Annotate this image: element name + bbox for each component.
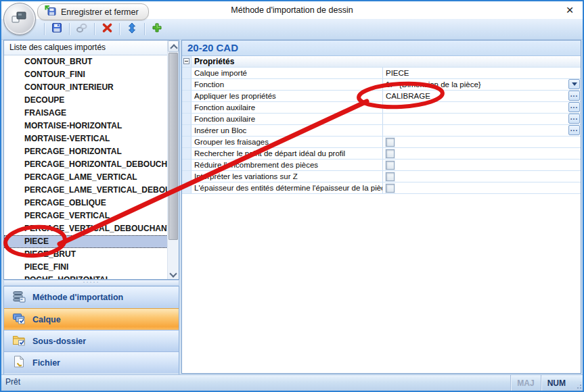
row-gutter <box>182 79 192 90</box>
scrollbar-thumb[interactable] <box>169 53 178 240</box>
chevron-up-icon <box>170 44 177 51</box>
scroll-down-button[interactable] <box>168 268 179 279</box>
checkbox[interactable] <box>386 161 395 170</box>
checkbox[interactable] <box>386 184 395 193</box>
toolbar-separator <box>69 23 70 35</box>
add-icon <box>152 22 162 36</box>
nav-item-fichier[interactable]: Fichier <box>4 351 179 373</box>
toolbar-separator <box>94 23 95 35</box>
list-item[interactable]: CONTOUR_INTERIEUR <box>4 81 168 94</box>
caps-lock-indicator: MAJ <box>510 375 540 391</box>
property-label: Fonction <box>192 79 383 90</box>
list-item[interactable]: PIECE_FINI <box>4 261 168 274</box>
properties-panel: 20-20 CAD Propriétés Calque importéPIECE… <box>181 40 581 374</box>
property-value[interactable] <box>383 160 581 170</box>
nav-item-sous-dossier[interactable]: Sous-dossier <box>4 330 179 351</box>
property-row: Fonction auxilaire... <box>182 102 581 114</box>
property-label: Fonction auxilaire <box>192 102 383 113</box>
row-gutter <box>182 114 192 124</box>
row-gutter <box>182 148 192 159</box>
checkbox[interactable] <box>386 138 395 147</box>
quick-access-toolbar <box>1 19 583 40</box>
list-item[interactable]: PERCAGE_VERTICAL <box>4 210 168 222</box>
checkbox[interactable] <box>386 172 395 181</box>
list-item[interactable]: CONTOUR_BRUT <box>4 55 168 68</box>
ellipsis-button[interactable]: ... <box>568 91 580 101</box>
list-item[interactable]: PERCAGE_VERTICAL_DEBOUCHANT <box>4 222 168 235</box>
panel-splitter[interactable]: ····· <box>3 280 179 286</box>
list-item[interactable]: CONTOUR_FINI <box>4 68 168 81</box>
row-gutter <box>182 91 192 101</box>
status-bar: Prêt MAJ NUM <box>1 374 583 391</box>
ellipsis-button[interactable]: ... <box>568 102 580 112</box>
delete-button[interactable] <box>99 22 114 36</box>
list-item[interactable]: PERCAGE_HORIZONTAL <box>4 145 168 158</box>
property-value[interactable]: ... <box>383 102 581 113</box>
save-and-close-button[interactable]: Enregistrer et fermer <box>37 3 149 20</box>
property-value[interactable] <box>383 171 581 182</box>
property-row: Insérer un Bloc... <box>182 125 581 137</box>
property-value[interactable]: 1. - {Dimension de la pièce} <box>383 79 581 90</box>
property-value[interactable]: ... <box>383 125 581 136</box>
list-item[interactable]: PERCAGE_HORIZONTAL_DEBOUCHANT <box>4 158 168 171</box>
property-row: Réduire l'encombrement des pièces <box>182 160 581 171</box>
list-item[interactable]: DECOUPE <box>4 94 168 107</box>
properties-grid: Propriétés Calque importéPIECEFonction1.… <box>182 56 581 194</box>
import-icon <box>12 291 26 305</box>
toolbar-separator <box>144 23 145 35</box>
property-value[interactable]: CALIBRAGE... <box>383 91 581 101</box>
property-label: Insérer un Bloc <box>192 125 383 136</box>
ellipsis-button[interactable]: ... <box>568 114 580 124</box>
scroll-up-button[interactable] <box>168 41 179 52</box>
nav-item-calque[interactable]: Calque <box>4 308 179 330</box>
collapse-icon[interactable] <box>183 58 189 64</box>
folder-icon <box>12 334 26 348</box>
property-value[interactable]: PIECE <box>383 68 581 78</box>
row-gutter <box>182 137 192 147</box>
chevron-down-icon <box>572 82 577 86</box>
resize-grip[interactable] <box>575 382 581 389</box>
import-method-dialog: Méthode d'importation de dessin × <box>0 0 584 392</box>
file-icon <box>12 356 26 370</box>
nav-item-methode-importation[interactable]: Méthode d'importation <box>4 287 179 308</box>
link-button[interactable] <box>74 22 89 36</box>
save-button[interactable] <box>49 22 64 36</box>
application-menu-button[interactable] <box>3 3 36 35</box>
list-scrollbar[interactable] <box>167 41 179 279</box>
layers-list[interactable]: CONTOUR_BRUTCONTOUR_FINICONTOUR_INTERIEU… <box>4 55 168 279</box>
navigation-panel: Méthode d'importation Calque Sous-dossie… <box>3 286 179 375</box>
property-row: Fonction1. - {Dimension de la pièce} <box>182 79 581 91</box>
category-row[interactable]: Propriétés <box>182 56 581 68</box>
list-item[interactable]: PIECE <box>4 235 168 248</box>
list-item[interactable]: PERCAGE_LAME_VERTICAL_DEBOUCHA <box>4 184 168 197</box>
row-gutter <box>182 171 192 182</box>
category-label: Propriétés <box>192 56 234 67</box>
list-item[interactable]: PERCAGE_LAME_VERTICAL <box>4 171 168 184</box>
row-gutter <box>182 56 192 67</box>
list-item[interactable]: MORTAISE-HORIZONTAL <box>4 120 168 132</box>
toolbar-separator <box>44 23 45 35</box>
app-logo-icon <box>11 10 28 28</box>
property-value[interactable] <box>383 148 581 159</box>
list-item[interactable]: FRAISAGE <box>4 107 168 120</box>
property-row: L'épaisseur des entités détermine l'épai… <box>182 182 581 194</box>
property-row: Calque importéPIECE <box>182 68 581 79</box>
add-button[interactable] <box>150 22 164 36</box>
property-value[interactable] <box>383 182 581 193</box>
list-item[interactable]: PERCAGE_OBLIQUE <box>4 197 168 210</box>
property-row: Rechercher le point de départ idéal du p… <box>182 148 581 160</box>
list-item[interactable]: MORTAISE-VERTICAL <box>4 132 168 145</box>
property-value[interactable] <box>383 137 581 147</box>
property-value[interactable]: ... <box>383 114 581 124</box>
properties-panel-title: 20-20 CAD <box>182 41 581 56</box>
dropdown-button[interactable] <box>568 79 580 89</box>
property-label: Rechercher le point de départ idéal du p… <box>192 148 383 159</box>
ellipsis-button[interactable]: ... <box>568 125 580 135</box>
link-icon <box>76 23 88 36</box>
close-button[interactable]: × <box>562 3 577 18</box>
move-button[interactable] <box>125 22 139 36</box>
save-icon <box>51 22 62 36</box>
list-item[interactable]: PIECE_BRUT <box>4 248 168 261</box>
property-label: Interpréter les variations sur Z <box>192 171 383 182</box>
checkbox[interactable] <box>386 149 395 158</box>
